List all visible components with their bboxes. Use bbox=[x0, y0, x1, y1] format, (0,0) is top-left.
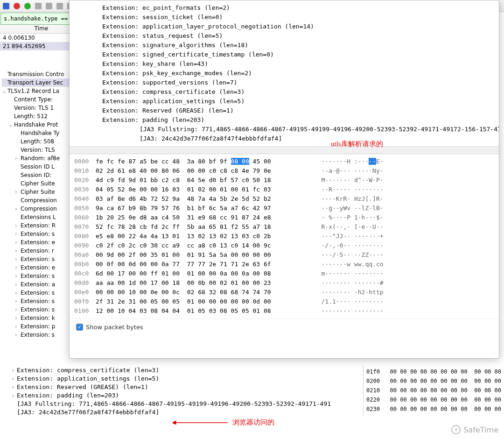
extension-node[interactable]: ›Extension: session_ticket (len=0) bbox=[74, 13, 494, 22]
extension-node[interactable]: ›Extension: key_share (len=43) bbox=[74, 59, 494, 69]
extension-node[interactable]: ›Extension: supported_versions (len=7) bbox=[74, 78, 494, 87]
arrow-icon bbox=[173, 418, 229, 427]
watermark: ✦ SafeTime bbox=[451, 425, 498, 434]
chevron-icon[interactable]: › bbox=[15, 247, 21, 255]
tree-node[interactable]: [JA3 Fullstring: 771,4865-4866-4866-4867… bbox=[0, 400, 363, 408]
chevron-icon[interactable]: › bbox=[15, 289, 21, 297]
hex-row[interactable]: 003004 05 52 0e 00 00 16 03 01 02 00 01 … bbox=[74, 185, 494, 194]
chevron-icon[interactable]: › bbox=[74, 97, 102, 106]
chevron-icon[interactable]: › bbox=[15, 322, 21, 331]
toolbar-button-6[interactable] bbox=[55, 1, 65, 11]
hex-row[interactable]: 00509a ca 67 b9 8b 79 57 76 b1 bf 6c 5a … bbox=[74, 204, 494, 213]
tree-node[interactable]: ›Extension: application_settings (len=5) bbox=[0, 375, 363, 383]
chevron-icon[interactable]: › bbox=[11, 391, 17, 400]
hex-row[interactable]: 0230 00 00 00 00 00 00 00 00 00 00 00 bbox=[366, 404, 501, 414]
hex-row[interactable]: 00204d c9 fd 9d 01 bb c2 c8 64 5e d0 bf … bbox=[74, 176, 494, 185]
extension-node[interactable]: [JA3 Fullstring: 771,4865-4866-4866-4867… bbox=[74, 125, 494, 134]
extension-node[interactable]: ›Extension: Reserved (GREASE) (len=1) bbox=[74, 106, 494, 115]
chevron-icon[interactable]: › bbox=[74, 3, 102, 13]
chevron-icon[interactable]: › bbox=[74, 31, 102, 41]
hex-row[interactable]: 007052 fc 78 28 cb fd 2c ff 5b aa 65 81 … bbox=[74, 222, 494, 232]
chevron-icon[interactable]: › bbox=[74, 59, 102, 69]
chevron-icon[interactable]: › bbox=[11, 366, 17, 375]
chevron-icon[interactable]: › bbox=[15, 297, 21, 305]
watermark-text: SafeTime bbox=[463, 425, 498, 434]
extension-node[interactable]: ›Extension: psk_key_exchange_modes (len=… bbox=[74, 69, 494, 78]
toolbar-button-5[interactable] bbox=[44, 1, 54, 11]
toolbar-button-4[interactable] bbox=[33, 1, 43, 11]
chevron-icon[interactable]: › bbox=[74, 78, 102, 87]
tree-node[interactable]: ›Extension: compress_certificate (len=3) bbox=[0, 366, 363, 375]
chevron-icon[interactable]: › bbox=[15, 272, 21, 280]
tree-node[interactable]: ›Extension: Reserved (GREASE) (len=1) bbox=[0, 383, 363, 391]
chevron-icon[interactable]: › bbox=[15, 331, 21, 339]
hex-row[interactable]: 00b000 0f 00 0d 00 00 0a 77 77 77 2e 71 … bbox=[74, 260, 494, 269]
chevron-icon[interactable]: › bbox=[15, 205, 21, 213]
hex-row[interactable]: 001002 2d 61 e8 40 00 80 06 00 00 c0 c8 … bbox=[74, 166, 494, 176]
hex-row[interactable]: 010012 00 10 04 03 08 04 04 01 05 03 08 … bbox=[74, 306, 494, 316]
chevron-icon[interactable]: › bbox=[15, 255, 21, 263]
show-packet-bytes-toggle[interactable]: ✓ Show packet bytes bbox=[70, 319, 499, 335]
chevron-icon[interactable]: › bbox=[15, 188, 21, 196]
checkbox-checked-icon: ✓ bbox=[76, 324, 83, 331]
chevron-icon[interactable]: › bbox=[15, 230, 21, 238]
chevron-icon[interactable]: › bbox=[15, 238, 21, 247]
horizontal-scrollbar[interactable] bbox=[70, 146, 499, 154]
extension-node[interactable]: ›Extension: signature_algorithms (len=18… bbox=[74, 41, 494, 50]
chevron-icon[interactable]: › bbox=[15, 314, 21, 322]
chevron-icon[interactable]: › bbox=[74, 13, 102, 22]
chevron-icon[interactable]: › bbox=[74, 115, 102, 125]
hex-row[interactable]: 0000fe fc fe 87 a5 be cc 48 3a 80 bf 9f … bbox=[74, 157, 494, 166]
extension-node[interactable]: [JA3: 24c42d3e77f06f2a8f47f4ebbbfdfaf4] bbox=[74, 134, 494, 143]
extension-node[interactable]: ›Extension: status_request (len=5) bbox=[74, 31, 494, 41]
annotation-utls: utls库解析请求的 bbox=[331, 140, 383, 149]
tree-node[interactable]: ›Extension: padding (len=203) bbox=[0, 391, 363, 400]
hex-row[interactable]: 01f0 00 00 00 00 00 00 00 00 00 00 00 bbox=[366, 367, 501, 376]
packet-detail-popup: ›Extension: ec_point_formats (len=2)›Ext… bbox=[69, 0, 499, 359]
chevron-icon[interactable]: › bbox=[74, 22, 102, 31]
hex-row[interactable]: 0220 00 00 00 00 00 00 00 00 00 00 00 bbox=[366, 395, 501, 404]
tree-node[interactable]: [JA3: 24c42d3e77f06f2a8f47f4ebbbfdfaf4] bbox=[0, 408, 363, 417]
hex-row[interactable]: 00d0aa aa 00 1d 00 17 00 18 00 0b 00 02 … bbox=[74, 278, 494, 288]
chevron-icon[interactable]: › bbox=[15, 154, 21, 163]
hex-row[interactable]: 00f02f 31 2e 31 00 05 00 05 01 00 00 00 … bbox=[74, 297, 494, 306]
hex-row[interactable]: 0200 00 00 00 00 00 00 00 00 00 00 00 bbox=[366, 376, 501, 386]
extension-node[interactable]: ›Extension: padding (len=203) bbox=[74, 115, 494, 125]
chevron-icon[interactable]: ⌄ bbox=[2, 87, 7, 95]
right-hex-pane[interactable]: 01f0 00 00 00 00 00 00 00 00 00 00 00020… bbox=[363, 365, 504, 417]
chevron-icon[interactable]: › bbox=[15, 221, 21, 230]
extension-node[interactable]: ›Extension: compress_certificate (len=3) bbox=[74, 87, 494, 97]
extension-node[interactable]: ›Extension: signed_certificate_timestamp… bbox=[74, 50, 494, 59]
hex-row[interactable]: 0090c0 2f c0 2c c0 30 cc a9 cc a8 c0 13 … bbox=[74, 241, 494, 250]
chevron-icon[interactable]: › bbox=[15, 305, 21, 314]
hex-row[interactable]: 00601b 20 25 0e d8 aa c4 50 31 e9 68 cc … bbox=[74, 213, 494, 222]
hex-row[interactable]: 00e000 00 00 10 00 0e 00 0c 02 68 32 08 … bbox=[74, 288, 494, 297]
extension-node[interactable]: ›Extension: ec_point_formats (len=2) bbox=[74, 3, 494, 13]
extensions-tree[interactable]: ›Extension: ec_point_formats (len=2)›Ext… bbox=[70, 0, 499, 146]
extension-node[interactable]: ›Extension: application_layer_protocol_n… bbox=[74, 22, 494, 31]
chevron-icon[interactable]: › bbox=[74, 69, 102, 78]
toolbar-open-button[interactable] bbox=[1, 1, 11, 11]
bottom-details-tree[interactable]: ›Extension: compress_certificate (len=3)… bbox=[0, 365, 363, 417]
hex-dump-pane[interactable]: 0000fe fc fe 87 a5 be cc 48 3a 80 bf 9f … bbox=[70, 154, 499, 319]
hex-row[interactable]: 004003 af 8e d6 4b 72 52 9a 48 7a 4a 5b … bbox=[74, 194, 494, 204]
extension-node[interactable]: ›Extension: application_settings (len=5) bbox=[74, 97, 494, 106]
chevron-icon[interactable]: › bbox=[15, 280, 21, 289]
chevron-icon[interactable]: › bbox=[74, 106, 102, 115]
hex-row[interactable]: 0080e5 e8 00 22 4a 4a 13 01 13 02 13 02 … bbox=[74, 232, 494, 241]
chevron-icon[interactable]: › bbox=[74, 87, 102, 97]
chevron-icon[interactable]: ⌄ bbox=[8, 120, 14, 129]
hex-row[interactable]: 0210 00 00 00 00 00 00 00 00 00 00 00 bbox=[366, 386, 501, 395]
chevron-icon[interactable]: › bbox=[74, 41, 102, 50]
filter-text: s.handshake.type == 1 bbox=[4, 15, 75, 22]
chevron-icon[interactable]: › bbox=[11, 375, 17, 383]
annotation-browser: 浏览器访问的 bbox=[173, 418, 274, 427]
chevron-icon[interactable]: › bbox=[74, 50, 102, 59]
chevron-icon[interactable]: › bbox=[11, 383, 17, 391]
hex-row[interactable]: 00c06d 00 17 00 00 ff 01 00 01 00 00 0a … bbox=[74, 269, 494, 278]
annotation-browser-text: 浏览器访问的 bbox=[232, 418, 274, 427]
toolbar-restart-button[interactable] bbox=[22, 1, 33, 11]
hex-row[interactable]: 00a000 9d 00 2f 00 35 01 00 01 91 5a 5a … bbox=[74, 250, 494, 260]
toolbar-stop-button[interactable] bbox=[12, 1, 22, 11]
chevron-icon[interactable]: › bbox=[15, 263, 21, 272]
